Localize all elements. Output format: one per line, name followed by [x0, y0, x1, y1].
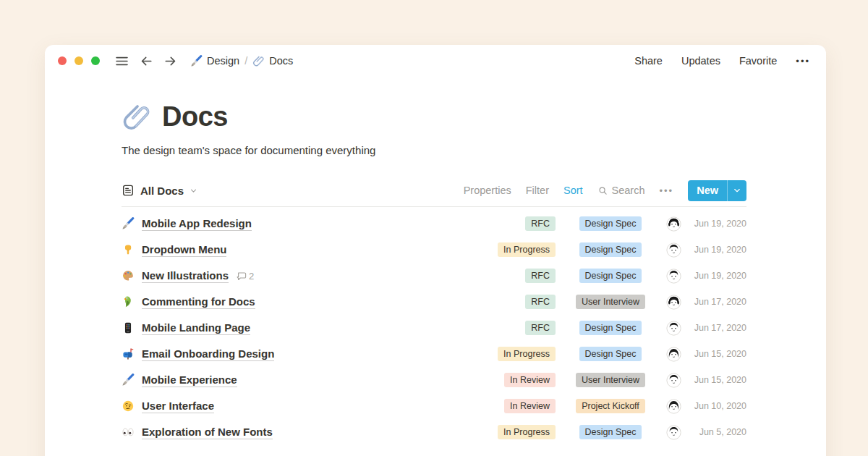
comment-count: 2	[249, 271, 254, 282]
avatar	[666, 399, 681, 414]
traffic-lights	[58, 56, 100, 65]
status-tag[interactable]: RFC	[525, 321, 556, 335]
comment-count-badge[interactable]: 2	[236, 271, 254, 282]
status-tag[interactable]: RFC	[525, 295, 556, 309]
doc-title[interactable]: Exploration of New Fonts	[142, 426, 273, 439]
table-row[interactable]: Mobile Experience In Review User Intervi…	[122, 367, 746, 393]
breadcrumb: Design / Docs	[190, 55, 293, 67]
forward-arrow-icon[interactable]	[163, 54, 177, 68]
doc-title[interactable]: Mobile App Redesign	[142, 217, 252, 231]
minimize-window-button[interactable]	[75, 56, 83, 65]
table-row[interactable]: Email Onboarding Design In Progress Desi…	[122, 341, 746, 367]
search-button[interactable]: Search	[597, 185, 645, 196]
avatar	[666, 295, 681, 310]
doc-title[interactable]: Dropdown Menu	[142, 243, 226, 257]
docs-table: Mobile App Redesign RFC Design Spec Jun …	[122, 211, 746, 445]
doc-title[interactable]: Email Onboarding Design	[142, 347, 274, 361]
paintbrush-icon	[122, 217, 142, 230]
doc-title[interactable]: Commenting for Docs	[142, 295, 255, 309]
view-switcher[interactable]: All Docs	[122, 184, 197, 197]
avatar	[666, 321, 681, 336]
mailbox-icon	[122, 347, 142, 360]
table-row[interactable]: Mobile Landing Page RFC Design Spec Jun …	[122, 315, 746, 341]
new-button-label[interactable]: New	[688, 180, 727, 201]
doc-title[interactable]: Mobile Experience	[142, 373, 237, 387]
doc-type-tag[interactable]: User Interview	[576, 295, 645, 309]
doc-type-tag[interactable]: Project Kickoff	[576, 399, 645, 413]
table-row[interactable]: Commenting for Docs RFC User Interview J…	[122, 289, 746, 315]
doc-date: Jun 19, 2020	[687, 271, 746, 281]
status-tag[interactable]: RFC	[525, 269, 556, 283]
paintbrush-icon	[122, 373, 142, 387]
doc-date: Jun 19, 2020	[687, 219, 746, 229]
view-switcher-label: All Docs	[140, 185, 184, 197]
status-tag[interactable]: In Progress	[498, 242, 556, 257]
doc-date: Jun 17, 2020	[687, 297, 746, 307]
favorite-button[interactable]: Favorite	[739, 55, 777, 67]
doc-list-icon	[122, 184, 135, 197]
doc-type-tag[interactable]: Design Spec	[579, 321, 642, 335]
table-row[interactable]: Mobile App Redesign RFC Design Spec Jun …	[122, 211, 746, 237]
status-tag[interactable]: RFC	[525, 216, 556, 231]
updates-button[interactable]: Updates	[681, 55, 720, 67]
paperclip-icon	[122, 102, 152, 132]
close-window-button[interactable]	[58, 56, 67, 65]
breadcrumb-item-docs[interactable]: Docs	[252, 55, 293, 67]
share-button[interactable]: Share	[634, 55, 663, 67]
toolbar-actions: Properties Filter Sort Search ••• New	[464, 180, 746, 201]
titlebar-actions: Share Updates Favorite •••	[634, 55, 810, 67]
status-tag[interactable]: In Review	[504, 373, 556, 387]
toolbar-divider	[122, 206, 746, 207]
avatar	[666, 347, 681, 362]
window-more-button[interactable]: •••	[796, 56, 810, 67]
app-window: Design / Docs Share Updates Favorite •••…	[45, 45, 826, 456]
status-tag[interactable]: In Review	[504, 399, 556, 413]
table-row[interactable]: Dropdown Menu In Progress Design Spec Ju…	[122, 237, 746, 263]
doc-title[interactable]: User Interface	[142, 400, 214, 413]
avatar	[666, 269, 681, 284]
doc-type-tag[interactable]: Design Spec	[579, 347, 642, 361]
doc-title[interactable]: Mobile Landing Page	[142, 321, 250, 335]
doc-date: Jun 10, 2020	[687, 401, 746, 411]
chevron-down-icon[interactable]	[728, 180, 746, 201]
avatar	[666, 425, 681, 440]
sort-button[interactable]: Sort	[563, 185, 583, 196]
back-arrow-icon[interactable]	[140, 54, 153, 68]
palette-icon	[122, 269, 142, 282]
doc-date: Jun 15, 2020	[687, 349, 746, 359]
breadcrumb-separator: /	[244, 55, 247, 67]
status-tag[interactable]: In Progress	[498, 347, 556, 361]
status-tag[interactable]: In Progress	[498, 425, 556, 439]
doc-date: Jun 5, 2020	[687, 427, 746, 437]
maximize-window-button[interactable]	[91, 56, 100, 65]
table-row[interactable]: User Interface In Review Project Kickoff…	[122, 393, 746, 419]
new-button[interactable]: New	[688, 180, 746, 201]
doc-type-tag[interactable]: Design Spec	[579, 269, 642, 283]
breadcrumb-label: Design	[207, 55, 239, 67]
mobile-phone-icon	[122, 321, 142, 334]
page-header: Docs	[122, 101, 746, 132]
breadcrumb-item-design[interactable]: Design	[190, 55, 239, 67]
search-icon	[597, 185, 608, 196]
eyes-icon	[122, 426, 142, 439]
sidebar-toggle-icon[interactable]	[114, 54, 129, 69]
table-row[interactable]: Exploration of New Fonts In Progress Des…	[122, 419, 746, 445]
filter-button[interactable]: Filter	[526, 185, 549, 196]
doc-type-tag[interactable]: Design Spec	[579, 425, 642, 439]
toolbar-more-button[interactable]: •••	[660, 185, 674, 196]
page-content: Docs The design team's space for documen…	[45, 77, 826, 445]
doc-type-tag[interactable]: Design Spec	[579, 216, 642, 231]
avatar	[666, 242, 681, 258]
table-row[interactable]: New Illustrations 2 RFC Design Spec Jun …	[122, 263, 746, 289]
raised-eyebrow-face-icon	[122, 400, 142, 413]
page-title: Docs	[162, 101, 228, 132]
comment-icon	[236, 271, 247, 282]
doc-date: Jun 17, 2020	[687, 323, 746, 333]
doc-type-tag[interactable]: Design Spec	[579, 242, 642, 257]
doc-type-tag[interactable]: User Interview	[576, 373, 645, 387]
doc-title[interactable]: New Illustrations	[142, 269, 229, 283]
paperclip-icon	[252, 55, 265, 67]
window-titlebar: Design / Docs Share Updates Favorite •••	[45, 45, 826, 77]
properties-button[interactable]: Properties	[464, 185, 511, 196]
avatar	[666, 373, 681, 388]
